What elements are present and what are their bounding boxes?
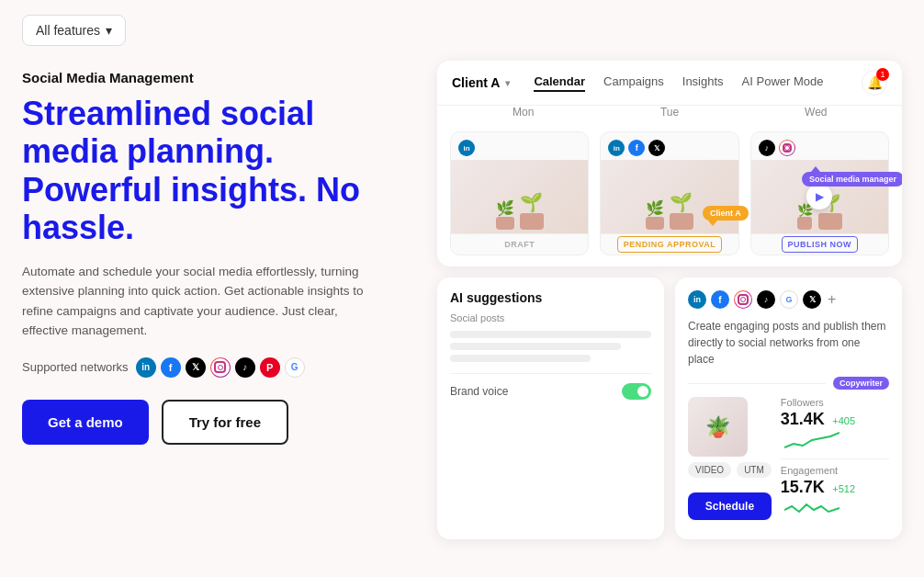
- nav-campaigns[interactable]: Campaigns: [603, 74, 664, 92]
- copywriter-row: Copywriter: [688, 377, 889, 390]
- table-row: in 🌿 🌱: [450, 131, 589, 255]
- ai-skeleton-1: [450, 331, 651, 338]
- pub-facebook-icon: f: [711, 290, 729, 309]
- ai-brand-voice: Brand voice: [450, 373, 651, 400]
- publish-card: in f ♪ G 𝕏 + Create engaging posts and p…: [675, 277, 902, 539]
- video-tag: VIDEO: [688, 462, 731, 478]
- pending-approval-badge: PENDING APPROVAL: [617, 236, 723, 253]
- publish-image: 🪴: [688, 397, 748, 457]
- header: All features ▾: [0, 0, 924, 61]
- engagement-chart: [784, 497, 839, 519]
- post-wednesday[interactable]: ♪ 🌿: [750, 131, 889, 255]
- linkedin-icon: in: [136, 357, 156, 378]
- table-row: in f 𝕏 🌿 🌱: [600, 131, 738, 255]
- headline: Streamlined social media planning. Power…: [22, 95, 408, 247]
- stats-divider: [781, 458, 889, 459]
- google-icon: G: [285, 357, 305, 378]
- day-mon: Mon: [450, 106, 596, 119]
- calendar-card: Client A ▾ Calendar Campaigns Insights A…: [437, 61, 902, 266]
- post-facebook-icon: f: [628, 140, 645, 156]
- tiktok-icon: ♪: [235, 357, 255, 378]
- followers-chart: [784, 429, 839, 451]
- schedule-button[interactable]: Schedule: [688, 492, 772, 520]
- post-monday-networks: in: [451, 132, 588, 160]
- post-x-icon: 𝕏: [648, 140, 665, 156]
- post-monday-image: 🌿 🌱: [451, 160, 588, 233]
- day-tue: Tue: [596, 106, 742, 119]
- try-free-button[interactable]: Try for free: [162, 400, 288, 445]
- engagement-value: 15.7K: [781, 478, 825, 496]
- client-name: Client A: [452, 75, 500, 90]
- brand-voice-toggle[interactable]: [622, 383, 651, 400]
- publish-now-badge: PUBLISH NOW: [782, 236, 859, 253]
- supported-label: Supported networks: [22, 360, 129, 374]
- pub-tiktok-icon: ♪: [757, 290, 775, 309]
- day-wed: Wed: [743, 106, 889, 119]
- calendar-body: in 🌿 🌱: [437, 120, 902, 266]
- post-wednesday-networks: ♪: [751, 132, 888, 160]
- social-media-manager-tooltip: Social media manager: [802, 166, 902, 187]
- nav-calendar[interactable]: Calendar: [534, 74, 585, 92]
- post-linkedin-icon: in: [458, 140, 475, 156]
- all-features-button[interactable]: All features ▾: [22, 15, 126, 46]
- bottom-row: AI suggestions Social posts Brand voice …: [437, 277, 902, 539]
- ai-skeleton-3: [450, 355, 591, 362]
- ai-skeleton-2: [450, 343, 621, 350]
- left-panel: Social Media Management Streamlined soci…: [22, 61, 408, 559]
- post-tuesday-status: PENDING APPROVAL: [601, 233, 738, 255]
- description-text: Automate and schedule your social media …: [22, 262, 380, 341]
- publish-tags: VIDEO UTM: [688, 462, 772, 478]
- engagement-stat: Engagement 15.7K +512: [781, 465, 889, 519]
- followers-stat: Followers 31.4K +405: [781, 397, 889, 451]
- publish-description: Create engaging posts and publish them d…: [688, 318, 889, 368]
- all-features-label: All features: [36, 23, 100, 38]
- network-icons-list: in f 𝕏 ♪ P G: [136, 357, 305, 378]
- post-instagram-icon: [779, 140, 795, 156]
- main-content: Social Media Management Streamlined soci…: [0, 61, 924, 577]
- publish-stats: Followers 31.4K +405: [781, 397, 889, 526]
- post-tuesday-networks: in f 𝕏: [601, 132, 738, 160]
- x-twitter-icon: 𝕏: [186, 357, 206, 378]
- get-demo-button[interactable]: Get a demo: [22, 400, 149, 445]
- utm-tag: UTM: [737, 462, 772, 478]
- pub-linkedin-icon: in: [688, 290, 706, 309]
- nav-ai-power-mode[interactable]: AI Power Mode: [742, 74, 824, 92]
- pub-instagram-icon: [734, 290, 752, 309]
- post-wednesday-status: PUBLISH NOW: [751, 233, 888, 255]
- add-network-icon[interactable]: +: [828, 291, 836, 308]
- publish-left-col: 🪴 VIDEO UTM Schedule: [688, 397, 772, 520]
- client-chevron-icon: ▾: [505, 78, 510, 88]
- engagement-change: +512: [832, 483, 855, 494]
- chevron-down-icon: ▾: [106, 23, 112, 38]
- publish-networks: in f ♪ G 𝕏 +: [688, 290, 889, 309]
- cta-buttons: Get a demo Try for free: [22, 400, 408, 445]
- post-monday[interactable]: in 🌿 🌱: [450, 131, 589, 255]
- facebook-icon: f: [161, 357, 181, 378]
- calendar-header: Client A ▾ Calendar Campaigns Insights A…: [437, 61, 902, 106]
- publish-bottom: 🪴 VIDEO UTM Schedule Followers 31.4K: [688, 397, 889, 526]
- post-tuesday[interactable]: in f 𝕏 🌿 🌱: [600, 131, 738, 255]
- table-row: ♪ 🌿: [750, 131, 889, 255]
- pub-google-icon: G: [780, 290, 798, 309]
- post-tiktok-icon: ♪: [759, 140, 775, 156]
- ai-suggestions-card: AI suggestions Social posts Brand voice: [437, 277, 664, 539]
- post-linkedin-icon: in: [608, 140, 625, 156]
- pub-x-icon: 𝕏: [803, 290, 821, 309]
- supported-networks: Supported networks in f 𝕏 ♪: [22, 357, 408, 378]
- brand-voice-label: Brand voice: [450, 385, 508, 398]
- notification-bell[interactable]: 🔔 1: [862, 70, 887, 96]
- client-selector[interactable]: Client A ▾: [452, 75, 510, 90]
- calendar-nav: Calendar Campaigns Insights AI Power Mod…: [534, 74, 823, 92]
- copywriter-badge: Copywriter: [833, 377, 889, 390]
- instagram-icon: [210, 357, 231, 378]
- followers-value: 31.4K: [781, 410, 825, 428]
- pinterest-icon: P: [260, 357, 280, 378]
- ai-card-subtitle: Social posts: [450, 312, 651, 323]
- notification-badge: 1: [876, 68, 889, 81]
- right-panel: Client A ▾ Calendar Campaigns Insights A…: [437, 61, 902, 559]
- ai-card-title: AI suggestions: [450, 290, 651, 305]
- engagement-label: Engagement: [781, 465, 889, 476]
- client-tooltip: Client A: [703, 206, 749, 226]
- followers-change: +405: [832, 415, 855, 426]
- nav-insights[interactable]: Insights: [682, 74, 724, 92]
